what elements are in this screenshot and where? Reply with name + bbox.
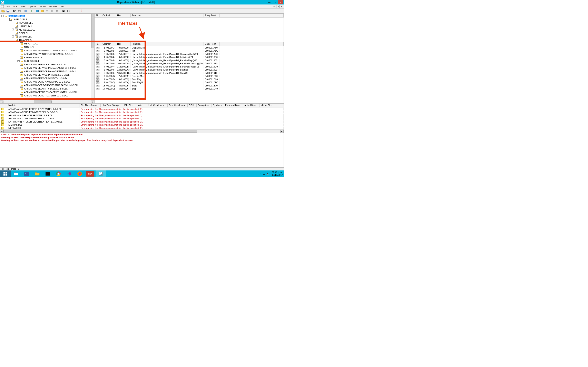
taskbar-powershell[interactable]: >_ (21, 170, 32, 177)
tree-node[interactable]: -LKEXPORT.DLL (1, 14, 94, 17)
tree-node[interactable]: API-MS-WIN-SERVICE-MANAGEMENT-L2-1-0.DLL (1, 69, 94, 73)
tree-node[interactable]: -ADVAPI32.DLL (1, 38, 94, 42)
col-entrypoint[interactable]: Entry Point (204, 42, 220, 46)
save-button[interactable] (6, 9, 10, 13)
mdi-minimize-button[interactable]: — (273, 5, 276, 8)
menu-options[interactable]: Options (27, 5, 38, 8)
module-row[interactable]: EXT-MS-WIN-NTUSER-UICONTEXT-EXT-L1-1-0.D… (0, 120, 284, 123)
tree-node[interactable]: MSVCRT.DLL (1, 21, 94, 25)
taskbar-depends[interactable] (95, 170, 106, 177)
export-row[interactable]: C5 (0x0005)9 (0x0009)_Java_linktivity_na… (95, 59, 284, 62)
export-row[interactable]: C4 (0x0004)8 (0x0008)_Java_linktivity_na… (95, 56, 284, 59)
tree-node[interactable]: API-MS-WIN-SECURITY-BASE-L1-2-0.DLL (1, 87, 94, 90)
context-help-button[interactable]: ❓ (79, 9, 84, 13)
modules-col[interactable]: Attr. (137, 104, 147, 107)
export-row[interactable]: C13 (0x000D)5 (0x0005)Start0x00001B70 (95, 84, 284, 87)
tree-toggle[interactable]: + (17, 60, 20, 62)
module-row[interactable]: API-MS-WIN-CORE-PRIVATEPROFILE-L1-1-1.DL… (0, 111, 284, 114)
col-function[interactable]: Function (131, 14, 204, 17)
scroll-track[interactable] (3, 130, 280, 133)
modules-col[interactable]: Symbols (212, 104, 224, 107)
maximize-button[interactable]: ▭ (272, 0, 277, 4)
col-e[interactable]: E (95, 42, 101, 46)
tree-node[interactable]: API-MS-WIN-SERVICE-CORE-L1-1-1.DLL (1, 63, 94, 66)
tree-vscrollbar[interactable] (91, 14, 94, 100)
match-button[interactable]: ▥ (50, 9, 54, 13)
scroll-right-icon[interactable]: ► (91, 100, 94, 103)
module-tree[interactable]: -LKEXPORT.DLL-AVIFIL32.DLLMSVCRT.DLLUSER… (0, 14, 94, 100)
modules-col[interactable]: Link Checksum (147, 104, 168, 107)
export-row[interactable]: C2 (0x0002)1 (0x0001)Init0x00001AD0 (95, 49, 284, 53)
tree-node[interactable]: API-MS-WIN-CORE-NAMEDPIPE-L1-2-0.DLL (1, 80, 94, 83)
export-row[interactable]: C9 (0x0009)13 (0x000D)_Java_linktivity_n… (95, 71, 284, 75)
modules-col[interactable]: Preferred Base (224, 104, 243, 107)
minimize-button[interactable]: — (267, 0, 272, 4)
tree-node[interactable]: GDI32.DLL (1, 31, 94, 35)
exports-grid[interactable]: C1 (0x0001)0 (0x0000)DispatchMsg0x00001A… (95, 46, 284, 90)
tree-node[interactable]: MSVCRT.DLL (1, 42, 94, 45)
module-row[interactable]: API-MS-WIN-SERVICE-PRIVATE-L1-1-1.DLLErr… (0, 114, 284, 117)
export-row[interactable]: C7 (0x0007)11 (0x000B)_Java_linktivity_n… (95, 65, 284, 68)
refresh-button[interactable] (29, 9, 33, 13)
taskbar-firefox[interactable] (74, 170, 85, 177)
system-tray[interactable]: 🏳 🖧 🔈 01:40 p. m. 12/10/2017 (259, 171, 284, 176)
menu-view[interactable]: View (19, 5, 27, 8)
modules-col[interactable] (0, 104, 7, 107)
tree-toggle[interactable]: - (12, 39, 14, 41)
tree-node[interactable]: +KERNEL32.DLL (1, 28, 94, 31)
modules-col[interactable]: Link Time Stamp (101, 104, 123, 107)
tree-hscrollbar[interactable]: ◄ ► (0, 100, 94, 103)
export-row[interactable]: C1 (0x0001)0 (0x0000)DispatchMsg0x00001A… (95, 46, 284, 49)
col-ordinal[interactable]: Ordinal ^ (101, 42, 116, 46)
close-button[interactable]: ✕ (278, 0, 283, 4)
full-paths-button[interactable]: ▦ (55, 9, 59, 13)
menu-help[interactable]: Help (59, 5, 67, 8)
scroll-left-icon[interactable]: ◄ (0, 100, 3, 103)
modules-col[interactable]: Subsystem (197, 104, 212, 107)
configure-button[interactable] (17, 9, 22, 13)
tree-node[interactable]: +SECHOST.DLL (1, 59, 94, 63)
modules-hscrollbar[interactable]: ◄ ► (0, 129, 284, 133)
col-hint[interactable]: Hint (116, 42, 131, 46)
start-button[interactable] (0, 170, 11, 177)
mdi-restore-button[interactable]: ❐ (276, 5, 279, 8)
imports-header[interactable]: PI Ordinal ^ Hint Function Entry Point (95, 14, 284, 17)
cplusplus-button[interactable]: c:\ (12, 9, 17, 13)
tree-node[interactable]: API-MS-WIN-CORE-REGISTRY-L1-1-0.DLL (1, 94, 94, 97)
vscroll-thumb[interactable] (91, 14, 94, 48)
module-row[interactable]: API-MS-WIN-CORE-KERNEL32-PRIVATE-L1-1-1.… (0, 108, 284, 111)
taskbar-cmd[interactable] (43, 170, 53, 177)
col-function[interactable]: Function (131, 42, 204, 46)
export-row[interactable]: C6 (0x0006)10 (0x000A)_Java_linktivity_n… (95, 62, 284, 65)
undecorate-button[interactable]: ▤ (45, 9, 49, 13)
tree-node[interactable]: API-MS-WIN-EVENTING-CONSUMER-L1-1-0.DLL (1, 52, 94, 56)
scroll-left-icon[interactable]: ◄ (0, 130, 3, 133)
module-row[interactable]: IESHIMS.DLLError opening file. The syste… (0, 123, 284, 127)
tree-node[interactable]: KERNELBASE.DLL (1, 56, 94, 59)
export-row[interactable]: C14 (0x000E)6 (0x0006)Stop0x00001C40 (95, 87, 284, 91)
tree-node[interactable]: +WINMM.DLL (1, 35, 94, 38)
taskbar-rsa[interactable]: RSA (85, 170, 95, 177)
system-info-button[interactable] (24, 9, 28, 13)
col-hint[interactable]: Hint (116, 14, 131, 17)
taskbar-folder[interactable] (32, 170, 43, 177)
tree-node[interactable]: NTDLL.DLL (1, 45, 94, 49)
tray-clock[interactable]: 01:40 p. m. 12/10/2017 (272, 171, 283, 176)
col-ordinal[interactable]: Ordinal ^ (101, 14, 116, 17)
view-1-button[interactable] (35, 9, 40, 13)
menu-profile[interactable]: Profile (38, 5, 48, 8)
scroll-thumb[interactable] (34, 100, 52, 103)
module-row[interactable]: API-MS-WIN-CORE-SHUTDOWN-L1-1-1.DLLError… (0, 117, 284, 120)
tree-node[interactable]: API-MS-WIN-EVENTING-CONTROLLER-L1-1-0.DL… (1, 49, 94, 52)
taskbar-explorer[interactable] (11, 170, 21, 177)
modules-col[interactable]: CPU (188, 104, 197, 107)
export-row[interactable]: C3 (0x0003)7 (0x0007)_Java_linktivity_na… (95, 52, 284, 56)
log-pane[interactable]: Error: At least one required implicit or… (0, 133, 284, 167)
view-2-button[interactable] (40, 9, 44, 13)
modules-col[interactable]: File Size (123, 104, 137, 107)
col-pi[interactable]: PI (95, 14, 101, 17)
tree-toggle[interactable]: - (7, 18, 9, 20)
scroll-thumb[interactable] (3, 130, 197, 133)
export-row[interactable]: C11 (0x000B)3 (0x0003)SendMsg0x00001D90 (95, 78, 284, 81)
modules-col[interactable]: Real Checksum (168, 104, 188, 107)
